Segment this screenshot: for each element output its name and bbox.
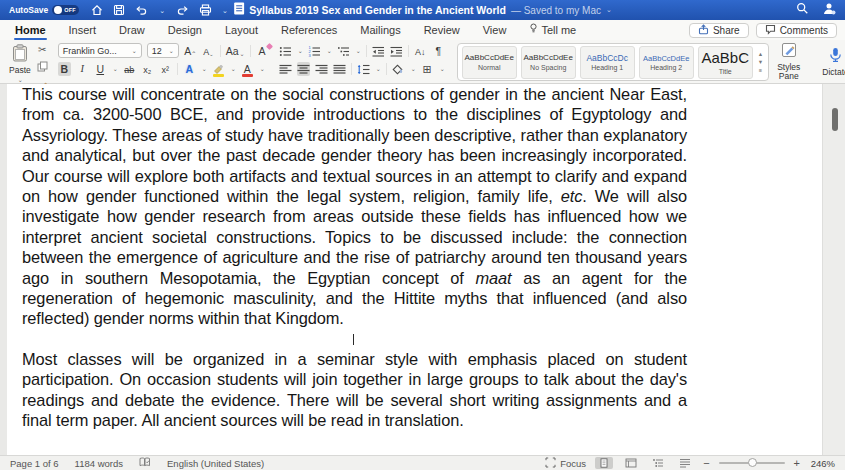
numbered-list-button[interactable]: 123 (308, 44, 321, 58)
align-right-button[interactable] (315, 62, 328, 76)
language-status[interactable]: English (United States) (167, 458, 264, 469)
grow-font-button[interactable]: A⌃ (184, 44, 197, 58)
zoom-out-button[interactable]: − (703, 458, 709, 469)
tab-home[interactable]: Home (14, 21, 47, 40)
saved-status[interactable]: — Saved to my Mac (511, 5, 601, 16)
paragraph[interactable]: Most classes will be organized in a semi… (22, 349, 687, 431)
borders-button[interactable]: ⊞ (421, 62, 434, 76)
document-text[interactable]: This course will concentrate on the soci… (22, 84, 687, 431)
styles-scroll-down-icon[interactable]: ▼ (758, 59, 763, 65)
outline-view-button[interactable] (649, 457, 667, 469)
paste-dropdown-icon[interactable]: ⌄ (18, 76, 23, 83)
font-name-select[interactable]: Franklin Go... ⌄ (58, 43, 142, 58)
zoom-level[interactable]: 246% (809, 458, 835, 469)
focus-button[interactable]: Focus (545, 457, 586, 470)
italic-button[interactable]: I (76, 62, 89, 76)
font-size-select[interactable]: 12 ⌄ (147, 43, 179, 58)
multilevel-list-dropdown-icon[interactable]: ⌄ (356, 47, 361, 54)
redo-icon[interactable] (175, 4, 189, 16)
line-spacing-button[interactable] (357, 62, 370, 76)
numbered-list-dropdown-icon[interactable]: ⌄ (327, 47, 332, 54)
style-no-spacing[interactable]: AaBbCcDdEe No Spacing (521, 46, 576, 79)
underline-button[interactable]: U (94, 62, 107, 76)
show-paragraph-marks-button[interactable]: ¶ (432, 44, 445, 58)
account-icon[interactable] (822, 1, 836, 19)
autosave-control[interactable]: AutoSave OFF (9, 5, 79, 15)
proofing-icon[interactable] (139, 457, 151, 469)
scrollbar-thumb[interactable] (832, 108, 838, 131)
style-title[interactable]: AaBbC Title (698, 46, 753, 79)
tab-view[interactable]: View (482, 21, 508, 40)
shading-dropdown-icon[interactable]: ⌄ (411, 65, 416, 72)
vertical-scrollbar[interactable] (822, 84, 845, 455)
print-layout-view-button[interactable] (595, 457, 613, 469)
styles-pane-button[interactable]: Styles Pane (771, 43, 806, 81)
copy-icon[interactable] (37, 58, 48, 76)
increase-indent-button[interactable] (390, 44, 403, 58)
undo-icon[interactable] (135, 4, 149, 16)
cut-icon[interactable]: ✂ (38, 45, 46, 55)
tab-design[interactable]: Design (167, 21, 203, 40)
comments-button[interactable]: Comments (756, 23, 837, 38)
style-heading-2[interactable]: AaBbCcDdEe Heading 2 (639, 46, 694, 79)
style-normal[interactable]: AaBbCcDdEe Normal (462, 46, 517, 79)
save-icon[interactable] (113, 4, 125, 16)
paste-button[interactable]: Paste ⌄ (6, 43, 34, 81)
print-icon[interactable] (199, 4, 212, 17)
text-effects-dropdown-icon[interactable]: ⌄ (202, 65, 207, 72)
quick-access-menu-icon[interactable]: ⌄ (222, 7, 228, 14)
align-center-button[interactable] (297, 62, 310, 76)
styles-scroll-up-icon[interactable]: ▲ (758, 51, 763, 57)
line-spacing-dropdown-icon[interactable]: ⌄ (376, 65, 381, 72)
web-layout-view-button[interactable] (622, 457, 640, 469)
word-count[interactable]: 1184 words (75, 458, 123, 469)
share-button[interactable]: Share (689, 23, 749, 38)
subscript-button[interactable]: x₂ (141, 62, 154, 76)
underline-dropdown-icon[interactable]: ⌄ (113, 65, 118, 72)
tab-draw[interactable]: Draw (118, 21, 146, 40)
clear-formatting-button[interactable]: A (256, 44, 269, 58)
zoom-slider[interactable] (719, 462, 785, 464)
home-icon[interactable] (91, 4, 103, 16)
bullet-list-dropdown-icon[interactable]: ⌄ (298, 47, 303, 54)
tab-mailings[interactable]: Mailings (359, 21, 401, 40)
microphone-icon (828, 47, 843, 66)
shading-button[interactable] (392, 62, 405, 76)
bullet-list-button[interactable] (279, 44, 292, 58)
draft-view-button[interactable] (676, 457, 694, 469)
font-color-dropdown-icon[interactable]: ⌄ (260, 65, 265, 72)
align-left-button[interactable] (279, 62, 292, 76)
tab-review[interactable]: Review (423, 21, 461, 40)
tab-insert[interactable]: Insert (68, 21, 98, 40)
highlight-button[interactable] (212, 62, 225, 76)
document-page[interactable]: This course will concentrate on the soci… (7, 84, 822, 455)
chevron-down-icon[interactable]: ⌄ (606, 6, 612, 14)
styles-expand-icon[interactable]: ≡ (759, 67, 762, 73)
shrink-font-button[interactable]: A⌄ (202, 44, 215, 58)
borders-dropdown-icon[interactable]: ⌄ (440, 65, 445, 72)
font-color-button[interactable]: A (241, 62, 254, 76)
zoom-slider-thumb[interactable] (748, 458, 757, 467)
bold-button[interactable]: B (58, 62, 71, 76)
page-count[interactable]: Page 1 of 6 (10, 458, 59, 469)
sort-button[interactable]: A↓ (414, 44, 427, 58)
search-icon[interactable] (796, 1, 809, 19)
multilevel-list-button[interactable] (337, 44, 350, 58)
text-effects-button[interactable]: A (183, 62, 196, 76)
tab-layout[interactable]: Layout (224, 21, 259, 40)
empty-line[interactable] (22, 329, 687, 349)
undo-dropdown-icon[interactable]: ⌄ (159, 7, 165, 14)
superscript-button[interactable]: x² (159, 62, 172, 76)
style-heading-1[interactable]: AaBbCcDc Heading 1 (580, 46, 635, 79)
paragraph[interactable]: This course will concentrate on the soci… (22, 84, 687, 329)
zoom-in-button[interactable]: + (794, 458, 800, 469)
autosave-toggle[interactable]: OFF (52, 5, 79, 15)
strikethrough-button[interactable]: ab (123, 62, 136, 76)
change-case-button[interactable]: Aa⌄ (226, 44, 245, 58)
dictate-button[interactable]: Dictate (816, 43, 845, 81)
tab-references[interactable]: References (280, 21, 338, 40)
highlight-dropdown-icon[interactable]: ⌄ (231, 65, 236, 72)
decrease-indent-button[interactable] (372, 44, 385, 58)
justify-button[interactable] (333, 62, 346, 76)
tab-tell-me[interactable]: Tell me (528, 20, 577, 40)
